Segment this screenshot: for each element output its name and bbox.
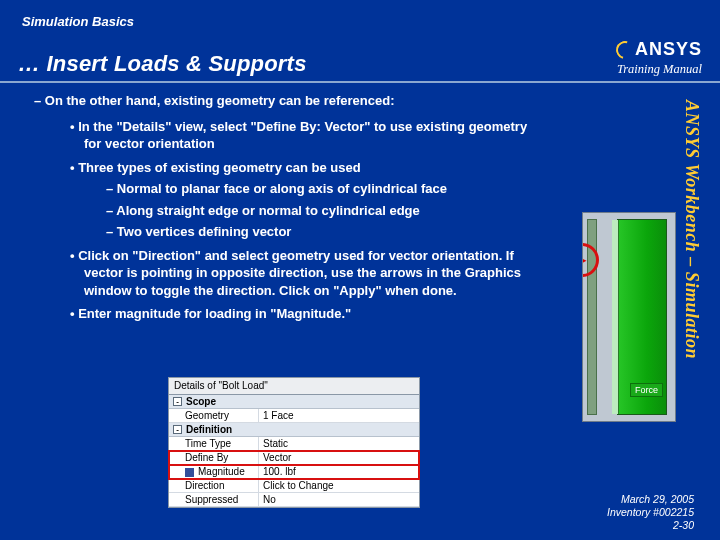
collapse-icon[interactable]: - — [173, 397, 182, 406]
force-tag: Force — [630, 383, 663, 397]
footer-date: March 29, 2005 — [607, 493, 694, 506]
row-magnitude-key-text: Magnitude — [198, 466, 245, 477]
footer-page: 2-30 — [607, 519, 694, 532]
geometry-preview: Force ◂▸ — [582, 212, 676, 422]
logo-text: ANSYS — [635, 39, 702, 60]
topic-label: Simulation Basics — [22, 14, 698, 29]
row-defineby[interactable]: Define By Vector — [169, 451, 419, 465]
bullet-4: Enter magnitude for loading in "Magnitud… — [70, 305, 540, 323]
row-defineby-val[interactable]: Vector — [259, 451, 419, 464]
row-geometry-key: Geometry — [169, 409, 259, 422]
bullet-1: In the "Details" view, select "Define By… — [70, 118, 540, 153]
row-direction[interactable]: Direction Click to Change — [169, 479, 419, 493]
row-suppressed[interactable]: Suppressed No — [169, 493, 419, 507]
group-scope-label: Scope — [186, 396, 216, 407]
group-definition[interactable]: - Definition — [169, 423, 419, 437]
row-geometry[interactable]: Geometry 1 Face — [169, 409, 419, 423]
bullet-2-text: Three types of existing geometry can be … — [78, 160, 360, 175]
bullet-2a: Normal to planar face or along axis of c… — [106, 180, 540, 198]
lead-bullet: On the other hand, existing geometry can… — [34, 92, 648, 110]
row-direction-val[interactable]: Click to Change — [259, 479, 419, 492]
row-defineby-key: Define By — [169, 451, 259, 464]
content-body: On the other hand, existing geometry can… — [34, 92, 648, 329]
bullet-2b: Along straight edge or normal to cylindr… — [106, 202, 540, 220]
group-scope[interactable]: - Scope — [169, 395, 419, 409]
details-panel: Details of "Bolt Load" - Scope Geometry … — [168, 377, 420, 508]
row-geometry-val[interactable]: 1 Face — [259, 409, 419, 422]
row-suppressed-val[interactable]: No — [259, 493, 419, 506]
row-timetype-val[interactable]: Static — [259, 437, 419, 450]
header-right: ANSYS Training Manual — [616, 39, 702, 77]
row-direction-key: Direction — [169, 479, 259, 492]
direction-arrows-icon: ◂▸ — [582, 253, 586, 267]
side-label: ANSYS Workbench – Simulation — [678, 100, 702, 430]
row-timetype-key: Time Type — [169, 437, 259, 450]
slide-title: … Insert Loads & Supports — [18, 51, 307, 77]
training-manual-label: Training Manual — [616, 62, 702, 77]
row-magnitude-val[interactable]: 100. lbf — [259, 465, 419, 478]
row-suppressed-key: Suppressed — [169, 493, 259, 506]
bullet-2: Three types of existing geometry can be … — [70, 159, 540, 241]
param-square-icon — [185, 468, 194, 477]
row-magnitude-key: Magnitude — [169, 465, 259, 478]
row-timetype[interactable]: Time Type Static — [169, 437, 419, 451]
footer-inventory: Inventory #002215 — [607, 506, 694, 519]
group-definition-label: Definition — [186, 424, 232, 435]
bullet-2c: Two vertices defining vector — [106, 223, 540, 241]
footer: March 29, 2005 Inventory #002215 2-30 — [607, 493, 694, 532]
logo-swoosh-icon — [613, 37, 638, 62]
details-title: Details of "Bolt Load" — [169, 378, 419, 395]
bullet-3: Click on "Direction" and select geometry… — [70, 247, 540, 300]
row-magnitude[interactable]: Magnitude 100. lbf — [169, 465, 419, 479]
collapse-icon[interactable]: - — [173, 425, 182, 434]
ansys-logo: ANSYS — [616, 39, 702, 60]
